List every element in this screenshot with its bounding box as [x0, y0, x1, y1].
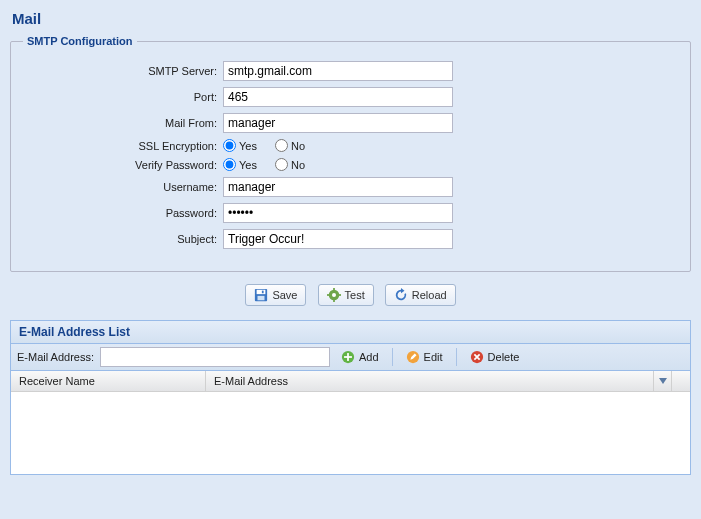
port-label: Port:: [23, 91, 223, 103]
save-button[interactable]: Save: [245, 284, 306, 306]
mail-from-input[interactable]: [223, 113, 453, 133]
delete-label: Delete: [488, 351, 520, 363]
username-label: Username:: [23, 181, 223, 193]
delete-button[interactable]: Delete: [463, 347, 527, 367]
ssl-no-text: No: [291, 140, 305, 152]
svg-rect-3: [262, 291, 264, 294]
svg-rect-12: [344, 356, 352, 358]
col-email-label: E-Mail Address: [214, 375, 288, 387]
verify-yes-radio[interactable]: [223, 158, 236, 171]
verify-no-option[interactable]: No: [275, 158, 305, 171]
reload-button[interactable]: Reload: [385, 284, 456, 306]
add-button[interactable]: Add: [334, 347, 386, 367]
toolbar-separator: [456, 348, 457, 366]
svg-point-5: [332, 293, 336, 297]
add-icon: [341, 350, 355, 364]
ssl-yes-option[interactable]: Yes: [223, 139, 257, 152]
subject-input[interactable]: [223, 229, 453, 249]
svg-rect-7: [333, 299, 335, 302]
add-label: Add: [359, 351, 379, 363]
svg-rect-6: [333, 288, 335, 291]
button-bar: Save Test Reload: [8, 284, 693, 306]
edit-button[interactable]: Edit: [399, 347, 450, 367]
svg-rect-2: [258, 296, 265, 300]
ssl-encryption-label: SSL Encryption:: [23, 140, 223, 152]
mail-from-label: Mail From:: [23, 117, 223, 129]
disk-icon: [254, 288, 268, 302]
email-list-title: E-Mail Address List: [11, 321, 690, 344]
delete-icon: [470, 350, 484, 364]
smtp-server-input[interactable]: [223, 61, 453, 81]
email-address-input[interactable]: [100, 347, 330, 367]
test-label: Test: [345, 289, 365, 301]
email-list-panel: E-Mail Address List E-Mail Address: Add …: [10, 320, 691, 475]
password-label: Password:: [23, 207, 223, 219]
svg-rect-9: [338, 294, 341, 296]
grid-body: [11, 392, 690, 474]
port-input[interactable]: [223, 87, 453, 107]
svg-rect-1: [257, 290, 266, 294]
smtp-config-fieldset: SMTP Configuration SMTP Server: Port: Ma…: [10, 35, 691, 272]
ssl-yes-text: Yes: [239, 140, 257, 152]
col-receiver-name[interactable]: Receiver Name: [11, 371, 206, 391]
password-input[interactable]: [223, 203, 453, 223]
edit-label: Edit: [424, 351, 443, 363]
col-spacer: [672, 371, 690, 391]
grid-header: Receiver Name E-Mail Address: [11, 371, 690, 392]
ssl-no-radio[interactable]: [275, 139, 288, 152]
verify-no-text: No: [291, 159, 305, 171]
email-address-label: E-Mail Address:: [17, 351, 94, 363]
svg-rect-8: [327, 294, 330, 296]
username-input[interactable]: [223, 177, 453, 197]
verify-yes-option[interactable]: Yes: [223, 158, 257, 171]
save-label: Save: [272, 289, 297, 301]
page-title: Mail: [12, 10, 693, 27]
reload-label: Reload: [412, 289, 447, 301]
test-button[interactable]: Test: [318, 284, 374, 306]
email-list-toolbar: E-Mail Address: Add Edit Delete: [11, 344, 690, 371]
subject-label: Subject:: [23, 233, 223, 245]
chevron-down-icon: [659, 378, 667, 384]
verify-no-radio[interactable]: [275, 158, 288, 171]
col-email-address[interactable]: E-Mail Address: [206, 371, 672, 391]
reload-icon: [394, 288, 408, 302]
toolbar-separator: [392, 348, 393, 366]
smtp-legend: SMTP Configuration: [23, 35, 137, 47]
verify-yes-text: Yes: [239, 159, 257, 171]
edit-icon: [406, 350, 420, 364]
gear-icon: [327, 288, 341, 302]
verify-password-label: Verify Password:: [23, 159, 223, 171]
ssl-yes-radio[interactable]: [223, 139, 236, 152]
column-menu-button[interactable]: [653, 371, 671, 391]
ssl-no-option[interactable]: No: [275, 139, 305, 152]
smtp-server-label: SMTP Server:: [23, 65, 223, 77]
